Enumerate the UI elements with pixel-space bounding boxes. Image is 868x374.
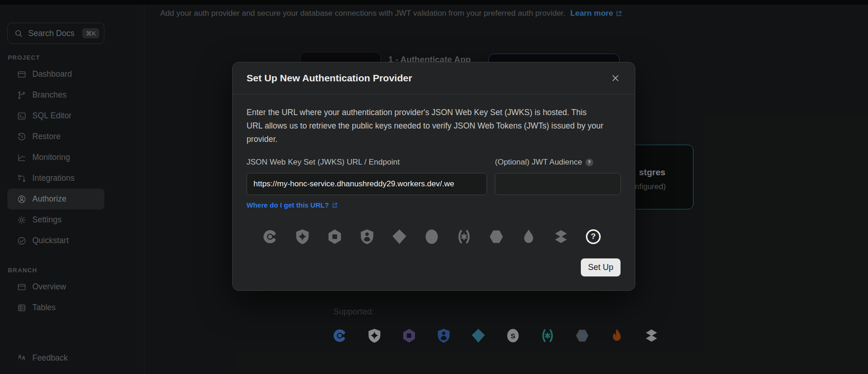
provider-custom-help-icon[interactable]: ?: [585, 228, 602, 245]
jwt-audience-label: (Optional) JWT Audience ?: [495, 158, 621, 167]
provider-clerk-icon[interactable]: [262, 228, 278, 245]
provider-glyph: ?: [585, 228, 602, 245]
provider-shield-user-icon[interactable]: [359, 228, 375, 245]
provider-brackets-asterisk-icon[interactable]: [456, 228, 472, 245]
jwks-url-label: JSON Web Key Set (JWKS) URL / Endpoint: [247, 158, 487, 167]
form-row: JSON Web Key Set (JWKS) URL / Endpoint (…: [247, 158, 621, 195]
where-url-link[interactable]: Where do I get this URL?: [247, 201, 338, 209]
provider-selector-row: ?: [247, 228, 621, 245]
setup-auth-provider-modal: Set Up New Authentication Provider Enter…: [232, 62, 635, 291]
provider-hexagon-badge-icon[interactable]: [326, 228, 343, 245]
provider-hexagon-icon[interactable]: [488, 228, 505, 245]
provider-shield-star-icon[interactable]: [294, 228, 311, 245]
close-icon[interactable]: [610, 73, 621, 84]
modal-description: Enter the URL where your authentication …: [247, 106, 604, 146]
jwks-field-group: JSON Web Key Set (JWKS) URL / Endpoint: [247, 158, 487, 195]
provider-circle-icon[interactable]: [423, 228, 440, 245]
modal-header: Set Up New Authentication Provider: [233, 62, 635, 94]
provider-droplet-icon[interactable]: [520, 228, 537, 245]
url-help-row: Where do I get this URL?: [247, 201, 621, 209]
jwt-audience-label-text: (Optional) JWT Audience: [495, 158, 582, 167]
modal-footer: Set Up: [581, 258, 621, 276]
external-link-icon: [332, 202, 338, 208]
help-icon[interactable]: ?: [585, 159, 593, 166]
set-up-button[interactable]: Set Up: [581, 258, 621, 276]
provider-diamond-icon[interactable]: [391, 228, 408, 245]
jwt-audience-input[interactable]: [495, 173, 621, 195]
jwks-url-input[interactable]: [247, 173, 487, 195]
modal-title: Set Up New Authentication Provider: [247, 73, 412, 84]
audience-field-group: (Optional) JWT Audience ?: [495, 158, 621, 195]
provider-stytch-layers-icon[interactable]: [553, 228, 569, 245]
modal-body: Enter the URL where your authentication …: [233, 94, 635, 245]
where-url-label: Where do I get this URL?: [247, 201, 329, 209]
